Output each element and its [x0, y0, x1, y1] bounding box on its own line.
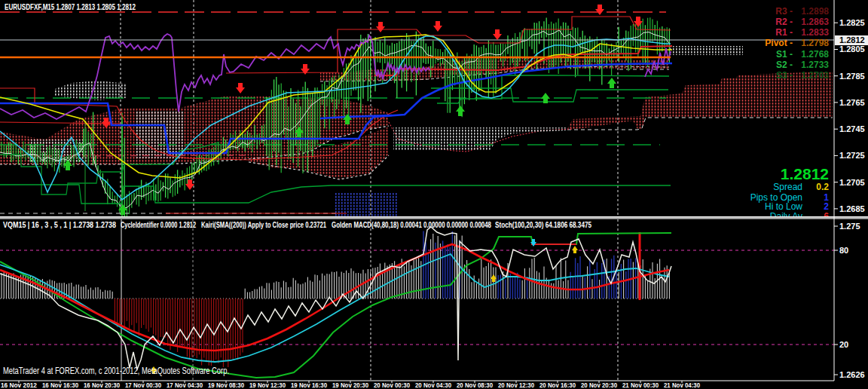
svg-text:1.2833: 1.2833 — [801, 27, 829, 38]
svg-text:1.2825: 1.2825 — [839, 18, 865, 27]
svg-text:S3 -: S3 - — [776, 70, 793, 81]
svg-text:CycleIdentifier 0.0000 1.2812: CycleIdentifier 0.0000 1.2812 — [121, 221, 196, 229]
svg-text:19 Nov 12:30: 19 Nov 12:30 — [249, 381, 286, 389]
svg-text:20 Nov 12:30: 20 Nov 12:30 — [498, 381, 534, 389]
svg-text:20: 20 — [839, 340, 848, 349]
svg-text:16 Nov 16:30: 16 Nov 16:30 — [42, 381, 78, 389]
svg-text:1.2785: 1.2785 — [839, 72, 865, 81]
svg-text:1.2626: 1.2626 — [839, 370, 865, 379]
svg-text:EURUSDFXF,M15 1.2807 1.2813 1: EURUSDFXF,M15 1.2807 1.2813 1.2805 1.281… — [5, 2, 136, 11]
svg-text:1.2863: 1.2863 — [801, 17, 829, 27]
svg-text:1.2805: 1.2805 — [839, 44, 865, 54]
svg-text:1.2733: 1.2733 — [801, 60, 829, 70]
svg-text:19 Nov 08:30: 19 Nov 08:30 — [208, 381, 244, 389]
svg-text:1.2812: 1.2812 — [781, 165, 829, 182]
svg-text:20 Nov 16:30: 20 Nov 16:30 — [539, 381, 576, 389]
svg-text:R1 -: R1 - — [775, 27, 793, 38]
svg-text:2: 2 — [824, 201, 829, 212]
svg-text:1.2705: 1.2705 — [839, 178, 865, 187]
svg-text:1.2768: 1.2768 — [801, 49, 829, 60]
svg-text:1.2798: 1.2798 — [801, 38, 829, 48]
svg-text:20 Nov 00:30: 20 Nov 00:30 — [374, 381, 410, 389]
svg-text:1.2898: 1.2898 — [801, 6, 829, 17]
svg-text:17 Nov 00:30: 17 Nov 00:30 — [125, 381, 161, 389]
svg-text:1.275: 1.275 — [839, 222, 860, 231]
svg-text:16 Nov 2012: 16 Nov 2012 — [1, 381, 37, 389]
svg-text:S1 -: S1 - — [776, 49, 793, 60]
svg-text:1.2745: 1.2745 — [839, 124, 865, 133]
svg-text:1.2685: 1.2685 — [839, 204, 865, 213]
svg-text:19 Nov 16:30: 19 Nov 16:30 — [291, 381, 327, 389]
svg-text:1.2812: 1.2812 — [839, 35, 865, 44]
svg-text:Hi to Low: Hi to Low — [765, 201, 802, 212]
svg-text:Kairi(SMA((200)) Apply to Clos: Kairi(SMA((200)) Apply to Close price 0.… — [201, 221, 326, 229]
svg-text:VQM15 | 16 , 3 , 5 , 1 | 1: VQM15 | 16 , 3 , 5 , 1 | 1.2738 1.2738 — [3, 221, 116, 229]
svg-text:16 Nov 20:30: 16 Nov 20:30 — [84, 381, 120, 389]
svg-text:20 Nov 20:30: 20 Nov 20:30 — [581, 381, 617, 389]
svg-text:21 Nov 04:30: 21 Nov 04:30 — [664, 381, 700, 389]
svg-text:Golden MACD(40,80,18) 0.00041: Golden MACD(40,80,18) 0.00041 0.00000 0.… — [332, 221, 491, 229]
svg-text:S2 -: S2 - — [776, 60, 793, 70]
svg-text:MetaTrader 4 at FOREX.com, c 2: MetaTrader 4 at FOREX.com, c 2001-2012, … — [3, 366, 229, 376]
svg-text:1.2703: 1.2703 — [801, 70, 829, 81]
svg-text:R2 -: R2 - — [775, 17, 793, 27]
svg-text:19 Nov 20:30: 19 Nov 20:30 — [332, 381, 368, 389]
svg-text:80: 80 — [839, 246, 848, 255]
svg-text:R3 -: R3 - — [775, 6, 793, 17]
svg-text:Spread: Spread — [773, 182, 802, 192]
svg-text:Pivot -: Pivot - — [765, 38, 793, 48]
svg-text:21 Nov 00:30: 21 Nov 00:30 — [622, 381, 659, 389]
svg-text:20 Nov 04:30: 20 Nov 04:30 — [415, 381, 451, 389]
svg-text:1.2725: 1.2725 — [839, 151, 865, 160]
svg-text:0.2: 0.2 — [816, 182, 829, 192]
svg-text:17 Nov 04:30: 17 Nov 04:30 — [167, 381, 203, 389]
svg-text:1.2765: 1.2765 — [839, 98, 865, 107]
svg-text:Stoch(100,20,30) 64.1806 68.34: Stoch(100,20,30) 64.1806 68.3475 — [495, 221, 591, 229]
svg-text:20 Nov 08:30: 20 Nov 08:30 — [457, 381, 493, 389]
